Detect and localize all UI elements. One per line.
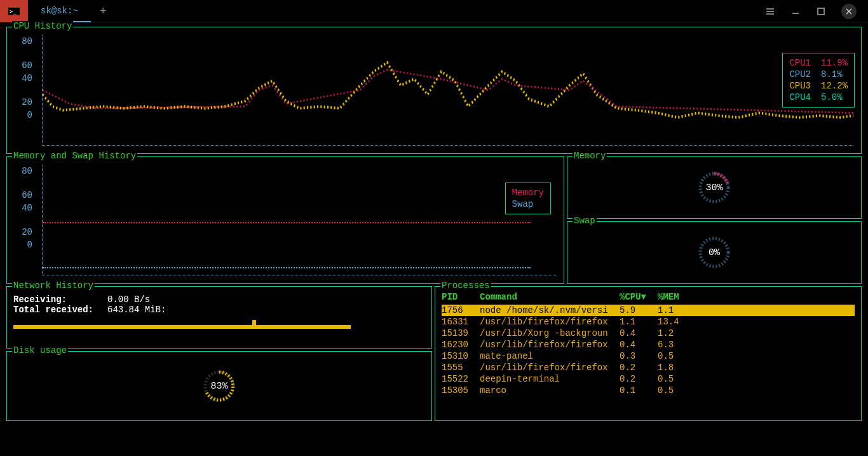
command: /usr/lib/firefox/firefox	[480, 362, 620, 373]
cpu4-label: CPU4	[789, 92, 811, 103]
mem-chart	[42, 165, 556, 275]
cpu-pct: 0.2	[620, 362, 658, 373]
process-row[interactable]: 15305marco0.10.5	[442, 385, 855, 396]
mem-pct: 0.5	[658, 385, 696, 396]
command: deepin-terminal	[480, 373, 620, 385]
mem-pct: 1.1	[658, 305, 696, 316]
receiving-value: 0.00 B/s	[107, 294, 150, 305]
mem-pct: 13.4	[658, 316, 696, 328]
cpu1-label: CPU1	[789, 57, 811, 69]
window-controls	[765, 0, 868, 22]
ytick: 0	[13, 238, 32, 251]
cpu3-value: 12.2%	[821, 80, 848, 92]
process-row[interactable]: 1555/usr/lib/firefox/firefox0.21.8	[442, 362, 855, 373]
col-pid[interactable]: PID	[442, 292, 480, 302]
disk-gauge-value: 83%	[210, 381, 227, 392]
network-panel: Network History Receiving:0.00 B/s Total…	[6, 286, 432, 349]
panel-title: Disk usage	[12, 345, 68, 356]
cpu-legend: CPU111.9% CPU28.1% CPU312.2% CPU45.0%	[782, 53, 855, 107]
cpu1-value: 11.9%	[821, 57, 848, 69]
swap-gauge-panel: Swap 0%	[567, 221, 862, 284]
receiving-label: Receiving:	[13, 294, 102, 305]
cpu-chart	[42, 35, 853, 146]
maximize-button[interactable]	[816, 6, 826, 17]
app-icon[interactable]: >_	[0, 0, 28, 22]
panel-title: Memory and Swap History	[12, 151, 137, 161]
cpu-pct: 5.9	[620, 305, 658, 316]
close-button[interactable]	[841, 4, 857, 19]
tab-title: sk@sk:~	[41, 6, 78, 16]
pid: 16230	[442, 339, 480, 350]
pid: 15305	[442, 385, 480, 396]
memory-legend-label: Memory	[512, 187, 544, 198]
process-row[interactable]: 15522deepin-terminal0.20.5	[442, 373, 855, 385]
col-command[interactable]: Command	[480, 292, 620, 302]
col-cpu[interactable]: %CPU▼	[620, 292, 658, 302]
pid: 15310	[442, 350, 480, 362]
cpu-pct: 0.2	[620, 373, 658, 385]
network-sparkline	[13, 320, 425, 329]
pid: 16331	[442, 316, 480, 328]
mem-pct: 0.5	[658, 373, 696, 385]
swap-line	[43, 267, 531, 268]
process-row[interactable]: 1756node /home/sk/.nvm/versi5.91.1	[442, 305, 855, 316]
swap-gauge: 0%	[692, 235, 736, 270]
mem-legend: Memory Swap	[505, 183, 551, 214]
plus-icon: +	[100, 5, 107, 18]
command: node /home/sk/.nvm/versi	[480, 305, 620, 316]
cpu-pct: 0.1	[620, 385, 658, 396]
processes-header: PID Command %CPU▼ %MEM	[435, 287, 861, 305]
panel-title: CPU History	[12, 21, 73, 31]
mem-pct: 0.5	[658, 350, 696, 362]
process-row[interactable]: 16331/usr/lib/firefox/firefox1.113.4	[442, 316, 855, 328]
swap-legend-label: Swap	[512, 198, 544, 210]
cpu2-value: 8.1%	[821, 69, 843, 80]
svg-text:>_: >_	[10, 8, 17, 15]
swap-gauge-value: 0%	[709, 247, 720, 258]
cpu-pct: 0.4	[620, 328, 658, 339]
memory-gauge-value: 30%	[705, 183, 722, 193]
command: marco	[480, 385, 620, 396]
total-received-value: 643.84 MiB:	[107, 305, 166, 315]
minimize-button[interactable]	[790, 6, 801, 17]
ytick: 40	[13, 72, 32, 85]
ytick: 20	[13, 96, 32, 109]
memory-gauge: 30%	[692, 170, 736, 205]
menu-button[interactable]	[765, 6, 775, 17]
cpu-y-axis: 80 60 40 20 0	[13, 35, 32, 121]
panel-title: Processes	[440, 280, 491, 291]
panel-title: Memory	[573, 151, 607, 161]
cpu-pct: 1.1	[620, 316, 658, 328]
panel-title: Network History	[12, 280, 95, 291]
ytick: 40	[13, 202, 32, 214]
command: mate-panel	[480, 350, 620, 362]
add-tab-button[interactable]: +	[91, 0, 116, 22]
ytick: 80	[13, 165, 32, 177]
col-mem[interactable]: %MEM	[658, 292, 696, 302]
process-row[interactable]: 16230/usr/lib/firefox/firefox0.46.3	[442, 339, 855, 350]
command: /usr/lib/firefox/firefox	[480, 339, 620, 350]
monitor-content: CPU History 80 60 40 20 0 CPU111.9% CPU2…	[0, 23, 868, 425]
titlebar-spacer	[116, 0, 765, 22]
memory-line	[43, 222, 531, 223]
processes-body: 1756node /home/sk/.nvm/versi5.91.116331/…	[435, 305, 861, 396]
memory-history-panel: Memory and Swap History 80 60 40 20 0 Me…	[6, 156, 564, 284]
pid: 1555	[442, 362, 480, 373]
disk-panel: Disk usage 83%	[6, 351, 432, 421]
disk-gauge: 83%	[197, 368, 241, 404]
ytick: 0	[13, 109, 32, 121]
processes-panel: Processes PID Command %CPU▼ %MEM 1756nod…	[435, 286, 862, 421]
pid: 15522	[442, 373, 480, 385]
cpu4-value: 5.0%	[821, 92, 843, 103]
total-received-label: Total received:	[13, 305, 102, 315]
command: /usr/lib/Xorg -backgroun	[480, 328, 620, 339]
terminal-tab[interactable]: sk@sk:~	[28, 0, 91, 22]
mem-pct: 1.2	[658, 328, 696, 339]
cpu-pct: 0.3	[620, 350, 658, 362]
process-row[interactable]: 15310mate-panel0.30.5	[442, 350, 855, 362]
svg-rect-2	[818, 8, 824, 15]
command: /usr/lib/firefox/firefox	[480, 316, 620, 328]
process-row[interactable]: 15139/usr/lib/Xorg -backgroun0.41.2	[442, 328, 855, 339]
cpu-pct: 0.4	[620, 339, 658, 350]
panel-title: Swap	[573, 216, 597, 226]
